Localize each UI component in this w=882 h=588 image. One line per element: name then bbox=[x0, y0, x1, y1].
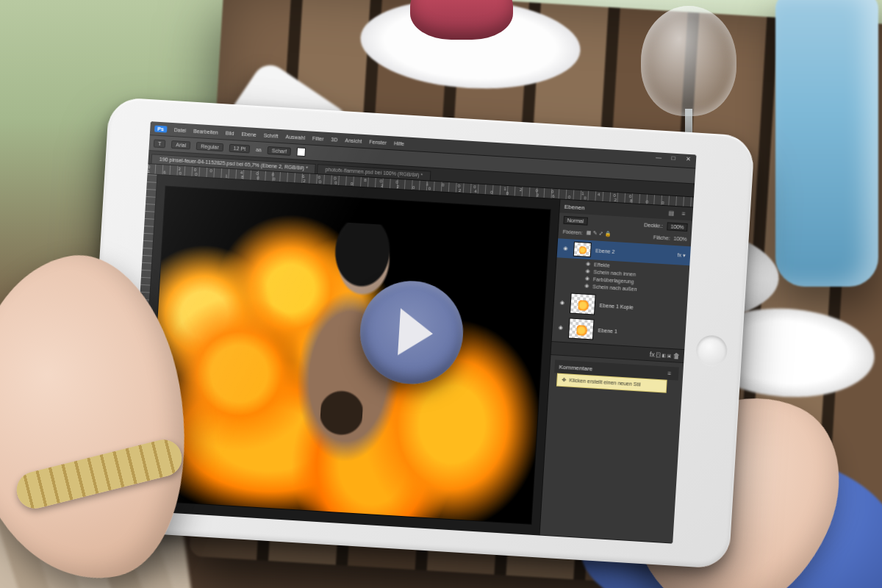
panel-title: Kommentare bbox=[559, 363, 592, 372]
fill-value[interactable]: 100% bbox=[673, 235, 686, 241]
menu-item[interactable]: Ansicht bbox=[345, 137, 362, 143]
layer-name[interactable]: Ebene 1 Kopie bbox=[600, 302, 634, 309]
close-icon[interactable]: ✕ bbox=[683, 155, 694, 162]
layer-thumb[interactable] bbox=[573, 242, 592, 257]
layers-panel[interactable]: Ebenen ▤ ≡ Normal Deckkr.: 100% Fixieren… bbox=[551, 199, 694, 363]
photo-backdrop: — □ ✕ Ps Datei Bearbeiten Bild Ebene Sch… bbox=[0, 0, 882, 588]
font-style-select[interactable]: Regular bbox=[196, 142, 223, 151]
visibility-icon[interactable]: ◉ bbox=[562, 245, 569, 252]
layer-name[interactable]: Ebene 1 bbox=[598, 327, 617, 334]
panel-menu-icon[interactable]: ≡ bbox=[667, 370, 674, 377]
document-canvas[interactable] bbox=[146, 185, 551, 525]
panel-title: Ebenen bbox=[564, 203, 585, 211]
menu-item[interactable]: Auswahl bbox=[285, 134, 305, 140]
aa-select[interactable]: Scharf bbox=[267, 146, 291, 155]
app-badge: Ps bbox=[154, 125, 167, 132]
layer-thumb[interactable] bbox=[568, 318, 595, 340]
menu-item[interactable]: Filter bbox=[312, 135, 324, 141]
cursor-icon: ✥ bbox=[562, 377, 566, 383]
aa-label: aa bbox=[256, 146, 262, 151]
minimize-icon[interactable]: — bbox=[653, 154, 664, 161]
menu-item[interactable]: Hilfe bbox=[394, 140, 404, 146]
layer-list[interactable]: ◉ Ebene 2 fx ▾ ◉Effekte ◉Schein nach inn… bbox=[552, 237, 691, 349]
opacity-value[interactable]: 100% bbox=[667, 222, 688, 232]
maximize-icon[interactable]: □ bbox=[668, 154, 679, 162]
right-panels: Ebenen ▤ ≡ Normal Deckkr.: 100% Fixieren… bbox=[539, 199, 693, 543]
menu-item[interactable]: Bearbeiten bbox=[193, 128, 218, 135]
tool-icon[interactable]: T bbox=[154, 139, 166, 148]
layer-name[interactable]: Ebene 2 bbox=[595, 248, 614, 254]
opacity-label: Deckkr.: bbox=[644, 222, 663, 229]
visibility-icon[interactable]: ◉ bbox=[559, 300, 566, 306]
fx-badge[interactable]: fx ▾ bbox=[677, 252, 686, 259]
font-size-select[interactable]: 12 Pt bbox=[229, 143, 250, 153]
color-swatch[interactable] bbox=[297, 147, 306, 157]
visibility-icon[interactable]: ◉ bbox=[557, 324, 564, 331]
blend-mode-select[interactable]: Normal bbox=[563, 216, 587, 226]
layer-thumb[interactable] bbox=[570, 293, 596, 315]
eye-icon[interactable]: ◉ bbox=[585, 268, 589, 274]
canvas-area[interactable] bbox=[137, 175, 560, 536]
lock-label: Fixieren: bbox=[563, 229, 583, 235]
menu-item[interactable]: Bild bbox=[226, 130, 234, 136]
tablet-screen: — □ ✕ Ps Datei Bearbeiten Bild Ebene Sch… bbox=[127, 121, 697, 543]
menu-item[interactable]: 3D bbox=[331, 137, 337, 143]
eye-icon[interactable]: ◉ bbox=[585, 276, 589, 282]
eye-icon[interactable]: ◉ bbox=[584, 283, 589, 289]
home-button[interactable] bbox=[695, 334, 728, 367]
eye-icon[interactable]: ◉ bbox=[586, 261, 590, 267]
tablet-device: — □ ✕ Ps Datei Bearbeiten Bild Ebene Sch… bbox=[83, 97, 755, 570]
panel-menu-icon[interactable]: ▤ ≡ bbox=[668, 209, 688, 218]
cup bbox=[410, 0, 513, 40]
menu-item[interactable]: Ebene bbox=[241, 131, 257, 137]
water-bottle bbox=[775, 0, 878, 287]
notes-panel[interactable]: Kommentare ≡ Kein ✥ Klicken erstellt ein… bbox=[539, 355, 684, 544]
menu-item[interactable]: Schrift bbox=[264, 132, 279, 138]
menu-item[interactable]: Fenster bbox=[369, 139, 387, 145]
font-family-select[interactable]: Arial bbox=[171, 140, 191, 149]
lock-icon[interactable]: ▦ ✎ ⤢ 🔒 bbox=[586, 230, 611, 237]
fill-label: Fläche: bbox=[653, 234, 670, 240]
menu-item[interactable]: Datei bbox=[174, 127, 187, 133]
